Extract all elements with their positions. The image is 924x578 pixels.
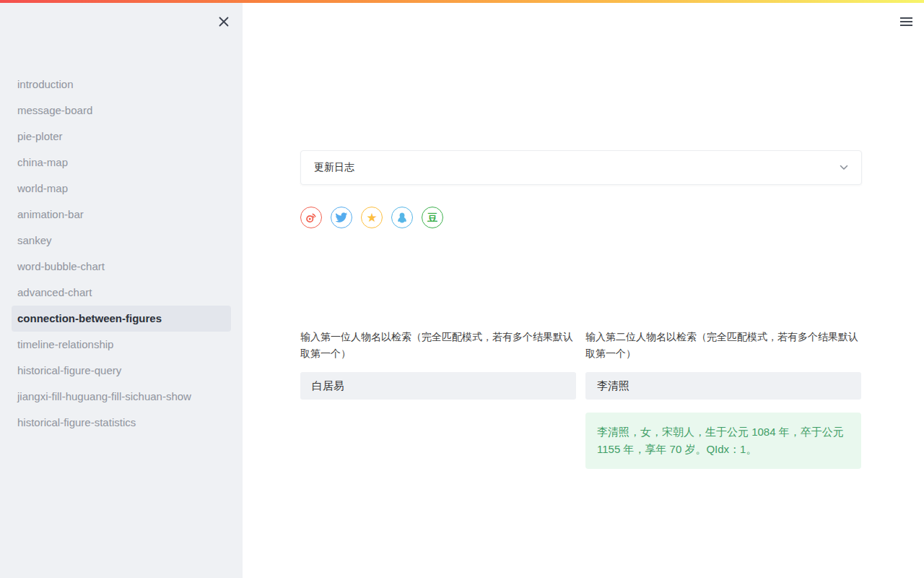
sidebar-item-timeline-relationship[interactable]: timeline-relationship <box>12 332 231 358</box>
sidebar-item-sankey[interactable]: sankey <box>12 228 231 254</box>
second-figure-column: 输入第二位人物名以检索（完全匹配模式，若有多个结果默认取第一个） 李清照，女，宋… <box>585 329 861 469</box>
qzone-share-icon[interactable]: ★ <box>361 207 383 228</box>
sidebar-item-china-map[interactable]: china-map <box>12 150 231 176</box>
sidebar-item-animation-bar[interactable]: animation-bar <box>12 202 231 228</box>
sidebar-menu: introduction message-board pie-ploter ch… <box>0 3 243 436</box>
figure-search-section: 输入第一位人物名以检索（完全匹配模式，若有多个结果默认取第一个） 输入第二位人物… <box>300 329 862 469</box>
hamburger-icon <box>900 17 912 19</box>
sidebar-item-historical-figure-query[interactable]: historical-figure-query <box>12 358 231 384</box>
sidebar-close-button[interactable] <box>215 13 232 30</box>
sidebar-item-message-board[interactable]: message-board <box>12 98 231 124</box>
content-column: 更新日志 ★ <box>300 3 862 469</box>
chevron-down-icon <box>840 165 848 171</box>
sidebar-item-advanced-chart[interactable]: advanced-chart <box>12 280 231 306</box>
qq-share-icon[interactable] <box>391 207 413 228</box>
changelog-accordion[interactable]: 更新日志 <box>300 150 862 185</box>
changelog-title: 更新日志 <box>314 161 354 174</box>
first-figure-label: 输入第一位人物名以检索（完全匹配模式，若有多个结果默认取第一个） <box>300 329 576 362</box>
sidebar-item-word-bubble-chart[interactable]: word-bubble-chart <box>12 254 231 280</box>
sidebar-item-jiangxi-fill-huguang-fill-sichuan-show[interactable]: jiangxi-fill-huguang-fill-sichuan-show <box>12 384 231 410</box>
hamburger-menu-button[interactable] <box>897 13 915 30</box>
weibo-share-icon[interactable] <box>300 207 322 228</box>
second-figure-result: 李清照，女，宋朝人，生于公元 1084 年，卒于公元 1155 年，享年 70 … <box>585 413 861 469</box>
top-gradient-bar <box>0 0 924 3</box>
star-icon: ★ <box>366 212 377 224</box>
twitter-share-icon[interactable] <box>331 207 352 228</box>
sidebar-item-historical-figure-statistics[interactable]: historical-figure-statistics <box>12 410 231 436</box>
penguin-icon <box>396 211 409 224</box>
first-figure-column: 输入第一位人物名以检索（完全匹配模式，若有多个结果默认取第一个） <box>300 329 576 469</box>
sidebar-item-pie-ploter[interactable]: pie-ploter <box>12 124 231 150</box>
main-area: 更新日志 ★ <box>243 3 924 578</box>
close-icon <box>218 16 230 27</box>
douban-glyph: 豆 <box>427 212 437 223</box>
second-figure-input[interactable] <box>585 372 861 400</box>
second-figure-label: 输入第二位人物名以检索（完全匹配模式，若有多个结果默认取第一个） <box>585 329 861 362</box>
sidebar: introduction message-board pie-ploter ch… <box>0 3 243 578</box>
sidebar-item-introduction[interactable]: introduction <box>12 72 231 98</box>
sidebar-item-connection-between-figures[interactable]: connection-between-figures <box>12 306 231 332</box>
first-figure-input[interactable] <box>300 372 576 400</box>
share-buttons: ★ 豆 <box>300 207 862 228</box>
douban-share-icon[interactable]: 豆 <box>422 207 443 228</box>
sidebar-item-world-map[interactable]: world-map <box>12 176 231 202</box>
